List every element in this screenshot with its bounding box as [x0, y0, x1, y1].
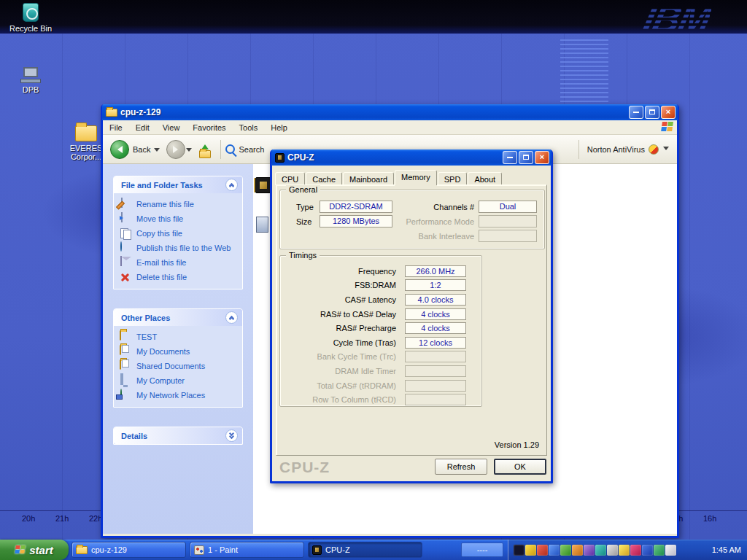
search-label: Search: [239, 145, 264, 154]
collapse-chevron-icon[interactable]: [225, 179, 238, 191]
cpuz-titlebar[interactable]: CPU-Z ×: [271, 149, 551, 166]
norton-dropdown-icon[interactable]: [663, 147, 669, 153]
task-rename-file[interactable]: Rename this file: [120, 197, 239, 211]
place-my-documents[interactable]: My Documents: [120, 344, 239, 359]
desktop-icon-recycle-bin[interactable]: Recycle Bin: [7, 3, 54, 33]
up-button[interactable]: [194, 139, 216, 160]
place-shared-documents[interactable]: Shared Documents: [120, 359, 239, 373]
tray-icon[interactable]: [525, 545, 536, 556]
ok-button[interactable]: OK: [494, 459, 546, 475]
performance-mode-value: [479, 215, 537, 228]
start-label: start: [29, 544, 53, 556]
task-label: Delete this file: [136, 273, 187, 281]
cpuz-file-icon[interactable]: [255, 177, 271, 193]
task-publish-file[interactable]: Publish this file to the Web: [120, 241, 239, 255]
maximize-button[interactable]: [645, 106, 659, 119]
cpuz-app-icon: [275, 153, 285, 163]
tray-icon[interactable]: [630, 545, 641, 556]
tray-icon[interactable]: [665, 545, 676, 556]
other-places-box: Other Places TEST My Documents: [113, 308, 243, 408]
task-label: Rename this file: [136, 200, 194, 209]
taskbar-overflow-button[interactable]: ----: [461, 542, 503, 557]
timings-legend: Timings: [286, 251, 320, 260]
menu-view[interactable]: View: [156, 123, 187, 132]
taskbar-button-label: 1 - Paint: [208, 545, 238, 554]
close-button[interactable]: ×: [535, 151, 549, 164]
desktop-icon-dpb[interactable]: DPB: [7, 67, 54, 94]
task-copy-file[interactable]: Copy this file: [120, 226, 239, 241]
collapse-chevron-icon[interactable]: [225, 311, 238, 324]
tray-icon[interactable]: [560, 545, 571, 556]
tray-icon[interactable]: [607, 545, 618, 556]
tab-cpu[interactable]: CPU: [275, 172, 305, 185]
tab-about[interactable]: About: [468, 172, 502, 185]
taskbar-button-cpu-z-129[interactable]: cpu-z-129: [71, 542, 186, 558]
ras-precharge-value: 4 clocks: [405, 322, 466, 334]
performance-mode-label: Performance Mode: [372, 217, 474, 226]
menu-help[interactable]: Help: [264, 123, 294, 132]
back-button[interactable]: Back: [107, 139, 153, 160]
tab-mainboard[interactable]: Mainboard: [343, 172, 394, 185]
tray-icon[interactable]: [537, 545, 548, 556]
rename-icon: [120, 198, 131, 210]
tray-icon[interactable]: [619, 545, 630, 556]
file-icon[interactable]: [256, 217, 268, 233]
frequency-value: 266.0 MHz: [405, 265, 466, 277]
explorer-titlebar[interactable]: cpu-z-129 ×: [102, 104, 678, 120]
details-box: Details: [113, 427, 243, 445]
forward-dropdown-icon[interactable]: [186, 148, 192, 155]
taskbar-button-cpuz[interactable]: CPU-Z: [308, 542, 422, 558]
menu-favorites[interactable]: Favorites: [186, 123, 232, 132]
my-computer-icon: [120, 375, 131, 386]
move-icon: [120, 213, 131, 225]
fsb-dram-label: FSB:DRAM: [280, 281, 400, 289]
tab-memory[interactable]: Memory: [395, 170, 437, 185]
menu-edit[interactable]: Edit: [129, 123, 156, 132]
place-my-network[interactable]: My Network Places: [120, 388, 239, 402]
back-dropdown-icon[interactable]: [154, 148, 160, 155]
refresh-button[interactable]: Refresh: [435, 459, 487, 475]
tray-icon[interactable]: [654, 545, 665, 556]
tray-icon[interactable]: [584, 545, 595, 556]
tray-icon[interactable]: [514, 545, 525, 556]
tray-icon[interactable]: [642, 545, 653, 556]
details-header[interactable]: Details: [114, 427, 242, 444]
norton-antivirus-button[interactable]: Norton AntiVirus: [574, 135, 671, 164]
other-places-header[interactable]: Other Places: [114, 309, 242, 326]
timing-row: FSB:DRAM 1:2: [280, 279, 481, 293]
start-button[interactable]: start: [0, 540, 69, 560]
forward-button[interactable]: [166, 140, 185, 159]
total-cas-value: [405, 380, 466, 392]
task-move-file[interactable]: Move this file: [120, 211, 239, 226]
dram-idle-timer-value: [405, 365, 466, 377]
taskbar-button-label: cpu-z-129: [91, 545, 127, 554]
place-test[interactable]: TEST: [120, 330, 239, 344]
menu-tools[interactable]: Tools: [233, 123, 265, 132]
system-tray: 1:45 AM: [508, 540, 747, 560]
email-icon: [120, 257, 131, 268]
close-button[interactable]: ×: [661, 106, 676, 119]
task-email-file[interactable]: E-mail this file: [120, 255, 239, 270]
tray-icon[interactable]: [549, 545, 560, 556]
expand-chevron-icon[interactable]: [225, 429, 238, 442]
timing-row: RAS# to CAS# Delay 4 clocks: [280, 307, 481, 322]
cpuz-body: CPU Cache Mainboard Memory SPD About Gen…: [272, 166, 551, 479]
menu-file[interactable]: File: [103, 123, 129, 132]
minimize-button[interactable]: [503, 151, 517, 164]
place-my-computer[interactable]: My Computer: [120, 373, 239, 388]
tab-spd[interactable]: SPD: [438, 172, 468, 185]
maximize-button[interactable]: [519, 151, 533, 164]
search-button[interactable]: Search: [225, 144, 264, 154]
tab-cache[interactable]: Cache: [306, 172, 342, 185]
taskbar-button-paint[interactable]: 1 - Paint: [190, 542, 304, 558]
task-delete-file[interactable]: Delete this file: [120, 270, 239, 284]
tray-icon[interactable]: [572, 545, 583, 556]
general-legend: General: [286, 185, 320, 194]
search-icon: [225, 144, 235, 154]
my-network-icon: [120, 389, 131, 401]
minimize-button[interactable]: [629, 106, 643, 119]
windows-logo-icon: [661, 122, 674, 132]
tray-icon[interactable]: [595, 545, 606, 556]
file-folder-tasks-header[interactable]: File and Folder Tasks: [114, 176, 242, 193]
bank-interleave-label: Bank Interleave: [372, 232, 474, 241]
